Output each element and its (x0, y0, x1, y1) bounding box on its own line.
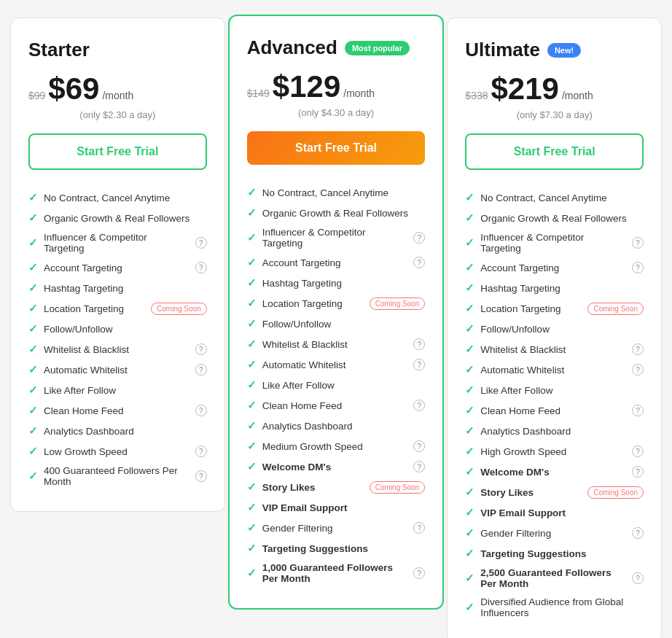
feature-label: Automatic Whitelist (262, 359, 408, 370)
list-item: ✓Like After Follow (465, 380, 644, 400)
list-item: ✓High Growth Speed? (465, 441, 644, 462)
check-icon: ✓ (28, 191, 38, 204)
feature-label: Analytics Dashboard (44, 426, 207, 437)
check-icon: ✓ (28, 404, 38, 417)
coming-soon-badge: Coming Soon (587, 486, 644, 499)
list-item: ✓Follow/Unfollow (247, 314, 426, 334)
list-item: ✓Hashtag Targeting (247, 273, 426, 293)
check-icon: ✓ (465, 302, 474, 315)
check-icon: ✓ (465, 547, 474, 560)
cta-button-ultimate[interactable]: Start Free Trial (465, 133, 644, 170)
check-icon: ✓ (465, 236, 474, 249)
feature-label: Automatic Whitelist (44, 365, 190, 376)
check-icon: ✓ (28, 470, 38, 483)
feature-label: 1,000 Guaranteed Followers Per Month (262, 562, 408, 584)
per-day-starter: (only $2.30 a day) (28, 109, 207, 120)
feature-label: Influencer & Competitor Targeting (480, 232, 626, 254)
feature-label: High Growth Speed (480, 446, 626, 457)
info-icon[interactable]: ? (413, 461, 425, 472)
feature-label: Medium Growth Speed (262, 441, 408, 452)
list-item: ✓Gender Filtering? (247, 518, 426, 538)
feature-label: Follow/Unfollow (480, 324, 644, 335)
cta-button-starter[interactable]: Start Free Trial (28, 133, 207, 170)
info-icon[interactable]: ? (413, 359, 425, 370)
feature-label: Clean Home Feed (480, 405, 626, 416)
per-month-starter: /month (102, 90, 133, 101)
plan-card-ultimate: UltimateNew!$338$219/month(only $7.30 a … (447, 17, 662, 638)
check-icon: ✓ (247, 567, 257, 580)
per-month-ultimate: /month (562, 90, 593, 101)
list-item: ✓Automatic Whitelist? (28, 359, 207, 380)
info-icon[interactable]: ? (195, 262, 207, 273)
list-item: ✓Hashtag Targeting (465, 278, 644, 298)
info-icon[interactable]: ? (195, 405, 207, 416)
list-item: ✓Follow/Unfollow (465, 319, 644, 339)
feature-label: Targeting Suggestions (262, 543, 426, 554)
feature-label: Hashtag Targeting (480, 283, 644, 294)
info-icon[interactable]: ? (632, 405, 644, 416)
check-icon: ✓ (465, 281, 474, 295)
list-item: ✓Organic Growth & Real Followers (247, 203, 426, 223)
info-icon[interactable]: ? (632, 466, 644, 478)
list-item: ✓Hashtag Targeting (28, 278, 207, 298)
info-icon[interactable]: ? (632, 527, 644, 539)
info-icon[interactable]: ? (413, 232, 425, 244)
info-icon[interactable]: ? (632, 446, 644, 457)
info-icon[interactable]: ? (413, 440, 425, 452)
check-icon: ✓ (28, 424, 38, 437)
feature-label: Influencer & Competitor Targeting (44, 232, 190, 254)
info-icon[interactable]: ? (195, 470, 207, 482)
list-item: ✓2,500 Guaranteed Followers Per Month? (465, 564, 644, 593)
cta-button-advanced[interactable]: Start Free Trial (247, 131, 426, 165)
feature-label: Gender Filtering (480, 528, 626, 539)
original-price-advanced: $149 (247, 87, 270, 99)
info-icon[interactable]: ? (195, 237, 207, 249)
list-item: ✓No Contract, Cancel Anytime (28, 187, 207, 208)
list-item: ✓Diversified Audience from Global Influe… (465, 593, 644, 622)
features-list-ultimate: ✓No Contract, Cancel Anytime✓Organic Gro… (465, 187, 644, 622)
plan-title-ultimate: Ultimate (465, 39, 540, 61)
list-item: ✓Influencer & Competitor Targeting? (247, 223, 426, 252)
info-icon[interactable]: ? (632, 364, 644, 376)
plan-badge-advanced: Most popular (345, 41, 410, 55)
check-icon: ✓ (247, 186, 257, 199)
check-icon: ✓ (247, 501, 257, 514)
feature-label: Welcome DM's (262, 462, 408, 472)
info-icon[interactable]: ? (632, 572, 644, 584)
info-icon[interactable]: ? (195, 343, 207, 355)
feature-label: Clean Home Feed (262, 400, 408, 411)
info-icon[interactable]: ? (632, 343, 644, 355)
info-icon[interactable]: ? (632, 262, 644, 273)
info-icon[interactable]: ? (413, 338, 425, 350)
feature-label: Influencer & Competitor Targeting (262, 227, 408, 249)
check-icon: ✓ (465, 211, 474, 225)
list-item: ✓Clean Home Feed? (28, 400, 207, 421)
feature-label: No Contract, Cancel Anytime (262, 187, 426, 198)
feature-label: Organic Growth & Real Followers (262, 208, 426, 219)
feature-label: Location Targeting (480, 303, 582, 314)
original-price-starter: $99 (28, 90, 45, 101)
info-icon[interactable]: ? (195, 446, 207, 457)
list-item: ✓Account Targeting? (465, 257, 644, 278)
list-item: ✓VIP Email Support (247, 497, 426, 518)
feature-label: Organic Growth & Real Followers (44, 213, 207, 224)
check-icon: ✓ (28, 384, 38, 397)
list-item: ✓400 Guaranteed Followers Per Month? (28, 462, 207, 491)
info-icon[interactable]: ? (413, 400, 425, 411)
check-icon: ✓ (465, 343, 474, 356)
check-icon: ✓ (247, 419, 257, 432)
plan-card-advanced: AdvancedMost popular$149$129/month(only … (228, 15, 445, 610)
current-price-starter: $69 (48, 71, 99, 106)
check-icon: ✓ (28, 445, 38, 458)
check-icon: ✓ (247, 317, 257, 330)
feature-label: Whitelist & Blacklist (262, 339, 408, 350)
pricing-row-advanced: $149$129/month (247, 69, 426, 104)
check-icon: ✓ (465, 322, 474, 335)
check-icon: ✓ (465, 384, 474, 397)
info-icon[interactable]: ? (195, 364, 207, 376)
list-item: ✓Influencer & Competitor Targeting? (28, 228, 207, 257)
info-icon[interactable]: ? (413, 567, 425, 579)
info-icon[interactable]: ? (632, 237, 644, 249)
info-icon[interactable]: ? (413, 522, 425, 534)
info-icon[interactable]: ? (413, 257, 425, 268)
